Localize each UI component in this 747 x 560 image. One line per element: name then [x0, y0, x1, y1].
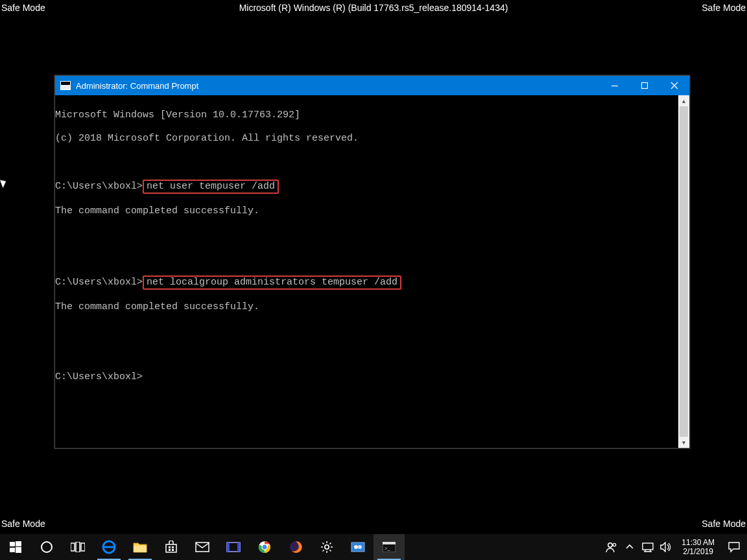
- line-cmd-1: C:\Users\xboxl>net user tempuser /add: [55, 180, 674, 194]
- svg-rect-19: [227, 542, 230, 552]
- svg-point-28: [358, 545, 362, 549]
- taskbar-app-edge[interactable]: [93, 534, 124, 560]
- svg-rect-9: [81, 543, 85, 551]
- action-center-button[interactable]: [721, 541, 747, 553]
- svg-rect-13: [169, 546, 171, 548]
- maximize-button[interactable]: [630, 76, 659, 95]
- svg-rect-11: [134, 546, 147, 552]
- highlight-cmd-2: net localgroup administrators tempuser /…: [143, 275, 401, 290]
- people-icon: [605, 541, 618, 554]
- people-button[interactable]: [602, 534, 621, 560]
- command-prompt-window: Administrator: Command Prompt Microsoft …: [54, 75, 690, 449]
- windows-logo-icon: [10, 541, 21, 553]
- edge-icon: [102, 540, 116, 554]
- safemode-bottom-right: Safe Mode: [700, 516, 747, 531]
- svg-rect-7: [71, 543, 75, 551]
- gear-icon: [320, 541, 333, 554]
- svg-point-6: [42, 542, 52, 552]
- build-string: Microsoft (R) Windows (R) (Build 17763.r…: [238, 0, 510, 16]
- cmd-app-icon: [60, 81, 71, 90]
- svg-rect-12: [166, 544, 176, 552]
- svg-rect-5: [16, 547, 21, 553]
- svg-point-32: [608, 543, 612, 547]
- svg-rect-20: [237, 542, 240, 552]
- film-icon: [226, 542, 241, 552]
- window-title: Administrator: Command Prompt: [76, 81, 198, 91]
- taskbar-app-mail[interactable]: [187, 534, 218, 560]
- ethernet-icon: [641, 542, 654, 552]
- line-version: Microsoft Windows [Version 10.0.17763.29…: [55, 110, 674, 121]
- svg-rect-15: [169, 549, 171, 551]
- svg-rect-14: [172, 546, 174, 548]
- taskbar-app-store[interactable]: [156, 534, 187, 560]
- svg-point-33: [613, 543, 616, 546]
- tray-volume-button[interactable]: [657, 534, 675, 560]
- svg-rect-8: [76, 542, 80, 552]
- line-copyright: (c) 2018 Microsoft Corporation. All righ…: [55, 133, 674, 145]
- scroll-up-icon[interactable]: ▴: [678, 95, 689, 106]
- taskbar-app-firefox[interactable]: [280, 534, 311, 560]
- firefox-icon: [289, 541, 302, 554]
- svg-rect-17: [196, 542, 209, 552]
- svg-rect-4: [10, 548, 15, 552]
- notification-icon: [728, 541, 741, 553]
- taskbar-app-command-prompt[interactable]: >_: [374, 534, 405, 560]
- taskbar-app-settings[interactable]: [311, 534, 342, 560]
- svg-rect-0: [611, 86, 618, 86]
- speaker-icon: [659, 542, 672, 552]
- tray-date: 2/1/2019: [683, 547, 713, 556]
- cursor-icon: [0, 178, 8, 188]
- scroll-track[interactable]: [678, 106, 689, 437]
- close-button[interactable]: [659, 76, 689, 95]
- svg-point-25: [325, 545, 329, 549]
- svg-rect-3: [16, 541, 21, 546]
- svg-rect-30: [383, 542, 396, 544]
- cortana-button[interactable]: [31, 534, 62, 560]
- svg-rect-2: [10, 542, 15, 546]
- line-cmd-2: C:\Users\xboxl>net localgroup administra…: [55, 275, 674, 290]
- svg-point-27: [354, 545, 358, 549]
- task-view-button[interactable]: [62, 534, 93, 560]
- svg-text:>_: >_: [385, 546, 391, 552]
- terminal-output[interactable]: Microsoft Windows [Version 10.0.17763.29…: [55, 95, 678, 448]
- taskbar-app-control-panel[interactable]: [342, 534, 374, 560]
- taskbar-app-file-explorer[interactable]: [124, 534, 156, 560]
- safemode-top-left: Safe Mode: [0, 0, 47, 16]
- cortana-icon: [40, 541, 53, 554]
- cmd-icon: >_: [383, 542, 396, 552]
- store-icon: [165, 541, 178, 554]
- taskbar-app-video-editor[interactable]: [218, 534, 249, 560]
- mail-icon: [195, 542, 209, 552]
- tray-overflow-button[interactable]: [621, 534, 639, 560]
- folder-icon: [133, 541, 147, 553]
- line-ok-2: The command completed successfully.: [55, 301, 674, 313]
- highlight-cmd-1: net user tempuser /add: [143, 180, 279, 194]
- tray-clock[interactable]: 11:30 AM 2/1/2019: [675, 538, 721, 556]
- tray-time: 11:30 AM: [682, 538, 715, 547]
- taskbar: >_ 11:30 AM 2/1: [0, 534, 747, 560]
- svg-rect-16: [172, 549, 174, 551]
- chevron-up-icon: [625, 542, 634, 552]
- start-button[interactable]: [0, 534, 31, 560]
- svg-rect-1: [642, 83, 648, 89]
- control-panel-icon: [351, 542, 365, 552]
- line-prompt-3: C:\Users\xboxl>: [55, 371, 674, 383]
- system-tray: 11:30 AM 2/1/2019: [602, 534, 747, 560]
- taskbar-app-chrome[interactable]: [249, 534, 280, 560]
- chrome-icon: [258, 541, 271, 554]
- safemode-top-right: Safe Mode: [700, 0, 747, 16]
- tray-network-button[interactable]: [639, 534, 657, 560]
- titlebar[interactable]: Administrator: Command Prompt: [55, 76, 689, 95]
- task-view-icon: [71, 542, 85, 552]
- scroll-down-icon[interactable]: ▾: [678, 437, 689, 448]
- scrollbar[interactable]: ▴ ▾: [678, 95, 689, 448]
- svg-rect-34: [643, 543, 653, 550]
- minimize-button[interactable]: [600, 76, 630, 95]
- line-ok-1: The command completed successfully.: [55, 205, 674, 217]
- safemode-bottom-left: Safe Mode: [0, 516, 47, 531]
- scroll-thumb[interactable]: [680, 106, 688, 437]
